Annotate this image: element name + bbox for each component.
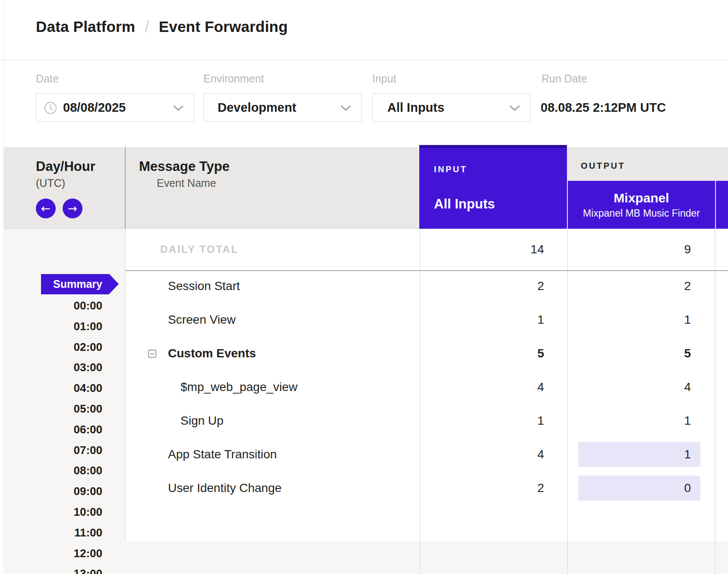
table-row: $mp_web_page_view 4 4	[125, 370, 728, 404]
input-value: 5	[420, 337, 544, 370]
table-row: App State Transition 4 1	[125, 438, 728, 471]
time-label[interactable]: 09:00	[3, 485, 102, 498]
output-value: 1	[567, 303, 691, 337]
table-row: User Identity Change 2 0	[125, 471, 728, 505]
day-hour-header: Day/Hour	[36, 159, 95, 174]
time-label[interactable]: 10:00	[3, 505, 102, 518]
summary-flag-label: Summary	[41, 274, 109, 294]
event-forwarding-page: Data Platform / Event Forwarding Date 08…	[0, 0, 728, 574]
input-value: 4	[420, 370, 544, 404]
time-label[interactable]: 12:00	[3, 547, 102, 560]
input-value: 2	[420, 269, 544, 303]
time-label[interactable]: 05:00	[3, 402, 102, 415]
row-label: Sign Up	[180, 404, 224, 438]
summary-flag[interactable]: Summary	[41, 274, 119, 294]
day-hour-subtitle: (UTC)	[36, 177, 65, 189]
time-label[interactable]: 13:00	[3, 567, 102, 574]
clock-icon	[44, 101, 57, 114]
breadcrumb-section[interactable]: Data Platform	[36, 18, 135, 35]
collapse-minus-icon[interactable]	[148, 350, 156, 358]
row-label: Session Start	[168, 269, 240, 303]
next-day-button[interactable]: →	[63, 199, 82, 218]
time-label[interactable]: 07:00	[3, 444, 102, 457]
time-label[interactable]: 03:00	[3, 361, 102, 374]
date-filter-label: Date	[36, 73, 59, 85]
output-value: 1	[578, 442, 700, 467]
output-value: 4	[567, 370, 691, 404]
message-rows: Session Start 2 2 Screen View 1 1 Custom…	[125, 0, 728, 574]
time-label[interactable]: 11:00	[3, 526, 102, 539]
summary-flag-arrow-icon	[109, 274, 119, 294]
output-value: 1	[567, 404, 691, 438]
input-value: 1	[420, 404, 544, 438]
output-value: 5	[567, 337, 691, 370]
input-value: 4	[420, 438, 544, 471]
table-row: Sign Up 1 1	[125, 404, 728, 438]
prev-day-button[interactable]: ←	[36, 199, 56, 218]
time-label[interactable]: 04:00	[3, 382, 102, 394]
row-label: $mp_web_page_view	[180, 370, 298, 404]
time-label[interactable]: 00:00	[3, 299, 102, 312]
time-label[interactable]: 02:00	[3, 341, 102, 353]
row-label: App State Transition	[168, 438, 277, 471]
time-sidebar: Summary 00:0001:0002:0003:0004:0005:0006…	[3, 229, 125, 574]
input-value: 2	[420, 471, 544, 505]
input-value: 1	[420, 303, 544, 337]
table-row: Screen View 1 1	[125, 303, 728, 337]
table-row: Session Start 2 2	[125, 269, 728, 303]
output-value: 0	[578, 476, 700, 501]
output-value: 2	[567, 269, 691, 303]
time-label[interactable]: 01:00	[3, 320, 102, 333]
table-row: Custom Events 5 5	[125, 337, 728, 370]
time-label[interactable]: 06:00	[3, 423, 102, 436]
row-label: Custom Events	[168, 337, 256, 370]
date-value: 08/08/2025	[63, 101, 126, 115]
row-label: Screen View	[168, 303, 236, 337]
time-label[interactable]: 08:00	[3, 464, 102, 477]
row-label: User Identity Change	[168, 471, 282, 505]
